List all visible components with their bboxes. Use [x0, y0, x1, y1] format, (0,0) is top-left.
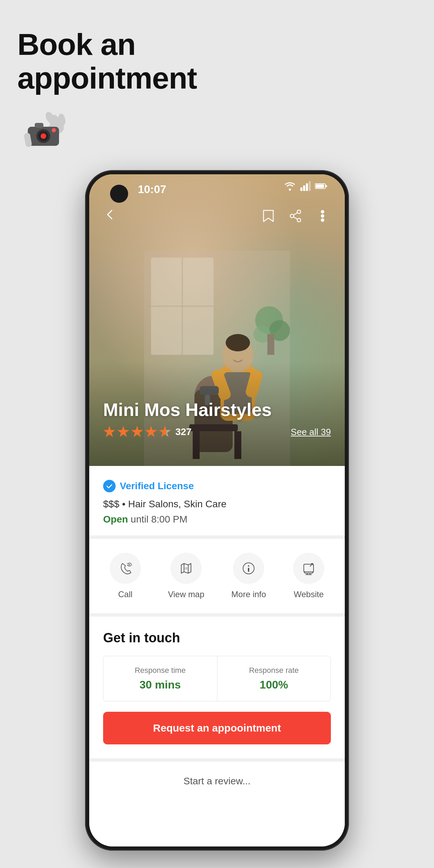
- call-icon-circle: [110, 553, 141, 584]
- star-3: [131, 426, 143, 438]
- svg-line-43: [294, 217, 297, 219]
- action-buttons: Call View map: [89, 539, 345, 617]
- svg-rect-11: [300, 187, 302, 191]
- verified-text: Verified License: [120, 481, 194, 492]
- top-nav: [89, 202, 345, 230]
- star-2: [117, 426, 130, 438]
- svg-line-42: [294, 213, 297, 215]
- svg-point-45: [321, 214, 324, 218]
- start-review-text[interactable]: Start a review...: [184, 776, 251, 786]
- review-count: 327: [175, 426, 192, 437]
- response-rate-value: 100%: [224, 678, 324, 691]
- svg-rect-17: [326, 185, 327, 187]
- view-map-button[interactable]: View map: [168, 553, 205, 599]
- star-5: [159, 426, 171, 438]
- svg-point-46: [321, 218, 324, 222]
- svg-rect-52: [248, 568, 249, 572]
- response-time-stat: Response time 30 mins: [103, 656, 217, 701]
- business-name: Mini Mos Hairstyles: [103, 399, 331, 420]
- see-all-link[interactable]: See all 39: [291, 427, 331, 437]
- call-button[interactable]: Call: [110, 553, 141, 599]
- response-time-label: Response time: [110, 666, 210, 675]
- stars: [103, 426, 171, 438]
- svg-rect-53: [304, 564, 314, 572]
- share-button[interactable]: [287, 208, 304, 224]
- star-4: [145, 426, 157, 438]
- start-review-section: Start a review...: [89, 762, 345, 801]
- star-1: [103, 426, 116, 438]
- view-map-icon-circle: [170, 553, 202, 584]
- hero-image: Mini Mos Hairstyles 327 See all 39: [89, 174, 345, 466]
- svg-point-51: [248, 565, 249, 567]
- rating-row: 327 See all 39: [103, 426, 331, 438]
- response-time-value: 30 mins: [110, 678, 210, 691]
- call-label: Call: [118, 590, 132, 599]
- status-time: 10:07: [138, 183, 166, 196]
- stars-count: 327: [103, 426, 192, 438]
- website-icon-circle: [293, 553, 324, 584]
- more-info-button[interactable]: More info: [231, 553, 266, 599]
- hours-text: until 8:00 PM: [131, 514, 187, 525]
- svg-point-41: [290, 214, 294, 218]
- status-icons: [284, 181, 327, 191]
- svg-point-39: [297, 210, 301, 214]
- response-rate-stat: Response rate 100%: [217, 656, 331, 701]
- page-title: Book an appointment: [17, 28, 197, 95]
- more-options-button[interactable]: [314, 208, 331, 224]
- svg-rect-25: [267, 334, 274, 355]
- mascot-icon: [17, 108, 66, 154]
- svg-rect-16: [316, 184, 324, 188]
- verified-icon: [103, 480, 116, 492]
- phone-frame: 10:07: [85, 170, 349, 851]
- svg-rect-13: [306, 183, 308, 191]
- svg-rect-14: [309, 181, 311, 191]
- back-button[interactable]: [103, 208, 117, 225]
- camera-hole: [110, 185, 128, 203]
- svg-rect-12: [303, 185, 305, 191]
- svg-point-40: [297, 218, 301, 222]
- status-bar: 10:07: [89, 174, 345, 202]
- view-map-label: View map: [168, 590, 205, 599]
- content-area: Verified License $$$ • Hair Salons, Skin…: [89, 466, 345, 846]
- svg-point-9: [52, 128, 56, 132]
- section-title: Get in touch: [103, 631, 331, 645]
- svg-rect-8: [35, 123, 43, 128]
- website-label: Website: [294, 590, 324, 599]
- svg-point-7: [41, 133, 46, 139]
- more-info-label: More info: [231, 590, 266, 599]
- svg-point-44: [321, 210, 324, 214]
- bookmark-button[interactable]: [260, 208, 277, 224]
- business-title-area: Mini Mos Hairstyles 327 See all 39: [103, 399, 331, 438]
- phone-screen: 10:07: [89, 174, 345, 846]
- get-in-touch-section: Get in touch Response time 30 mins Respo…: [89, 617, 345, 762]
- open-status: Open until 8:00 PM: [103, 514, 331, 525]
- info-section: Verified License $$$ • Hair Salons, Skin…: [89, 466, 345, 539]
- website-button[interactable]: Website: [293, 553, 324, 599]
- business-category: $$$ • Hair Salons, Skin Care: [103, 499, 331, 510]
- svg-point-34: [226, 334, 250, 351]
- nav-actions: [260, 208, 331, 224]
- verified-badge: Verified License: [103, 480, 331, 492]
- response-stats: Response time 30 mins Response rate 100%: [103, 656, 331, 701]
- open-label: Open: [103, 514, 128, 525]
- svg-point-49: [185, 567, 187, 570]
- more-info-icon-circle: [233, 553, 264, 584]
- response-rate-label: Response rate: [224, 666, 324, 675]
- request-appointment-button[interactable]: Request an appoointment: [103, 712, 331, 744]
